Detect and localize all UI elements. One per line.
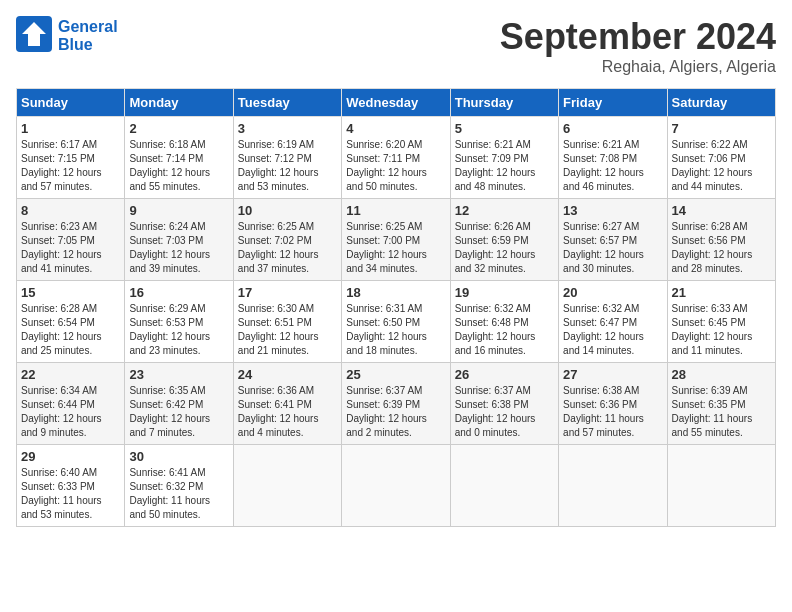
day-number: 8 [21, 203, 120, 218]
calendar-table: Sunday Monday Tuesday Wednesday Thursday… [16, 88, 776, 527]
table-row [559, 445, 667, 527]
day-info: Sunrise: 6:25 AMSunset: 7:02 PMDaylight:… [238, 221, 319, 274]
day-info: Sunrise: 6:29 AMSunset: 6:53 PMDaylight:… [129, 303, 210, 356]
day-info: Sunrise: 6:21 AMSunset: 7:08 PMDaylight:… [563, 139, 644, 192]
table-row: 25 Sunrise: 6:37 AMSunset: 6:39 PMDaylig… [342, 363, 450, 445]
day-number: 4 [346, 121, 445, 136]
day-info: Sunrise: 6:31 AMSunset: 6:50 PMDaylight:… [346, 303, 427, 356]
table-row: 30 Sunrise: 6:41 AMSunset: 6:32 PMDaylig… [125, 445, 233, 527]
table-row: 27 Sunrise: 6:38 AMSunset: 6:36 PMDaylig… [559, 363, 667, 445]
calendar-header: Sunday Monday Tuesday Wednesday Thursday… [17, 89, 776, 117]
day-number: 27 [563, 367, 662, 382]
table-row: 24 Sunrise: 6:36 AMSunset: 6:41 PMDaylig… [233, 363, 341, 445]
day-number: 21 [672, 285, 771, 300]
day-number: 14 [672, 203, 771, 218]
table-row: 28 Sunrise: 6:39 AMSunset: 6:35 PMDaylig… [667, 363, 775, 445]
day-info: Sunrise: 6:39 AMSunset: 6:35 PMDaylight:… [672, 385, 753, 438]
day-number: 19 [455, 285, 554, 300]
day-info: Sunrise: 6:37 AMSunset: 6:38 PMDaylight:… [455, 385, 536, 438]
table-row: 15 Sunrise: 6:28 AMSunset: 6:54 PMDaylig… [17, 281, 125, 363]
day-info: Sunrise: 6:35 AMSunset: 6:42 PMDaylight:… [129, 385, 210, 438]
day-number: 23 [129, 367, 228, 382]
table-row: 26 Sunrise: 6:37 AMSunset: 6:38 PMDaylig… [450, 363, 558, 445]
day-info: Sunrise: 6:26 AMSunset: 6:59 PMDaylight:… [455, 221, 536, 274]
day-number: 26 [455, 367, 554, 382]
table-row: 22 Sunrise: 6:34 AMSunset: 6:44 PMDaylig… [17, 363, 125, 445]
table-row: 10 Sunrise: 6:25 AMSunset: 7:02 PMDaylig… [233, 199, 341, 281]
header-saturday: Saturday [667, 89, 775, 117]
table-row: 11 Sunrise: 6:25 AMSunset: 7:00 PMDaylig… [342, 199, 450, 281]
day-info: Sunrise: 6:19 AMSunset: 7:12 PMDaylight:… [238, 139, 319, 192]
calendar-row: 22 Sunrise: 6:34 AMSunset: 6:44 PMDaylig… [17, 363, 776, 445]
calendar-body: 1 Sunrise: 6:17 AMSunset: 7:15 PMDayligh… [17, 117, 776, 527]
day-info: Sunrise: 6:32 AMSunset: 6:48 PMDaylight:… [455, 303, 536, 356]
calendar-row: 1 Sunrise: 6:17 AMSunset: 7:15 PMDayligh… [17, 117, 776, 199]
day-info: Sunrise: 6:33 AMSunset: 6:45 PMDaylight:… [672, 303, 753, 356]
table-row: 23 Sunrise: 6:35 AMSunset: 6:42 PMDaylig… [125, 363, 233, 445]
table-row: 16 Sunrise: 6:29 AMSunset: 6:53 PMDaylig… [125, 281, 233, 363]
day-number: 24 [238, 367, 337, 382]
header-friday: Friday [559, 89, 667, 117]
page-header: General Blue September 2024 Reghaia, Alg… [16, 16, 776, 76]
header-monday: Monday [125, 89, 233, 117]
day-number: 17 [238, 285, 337, 300]
table-row: 4 Sunrise: 6:20 AMSunset: 7:11 PMDayligh… [342, 117, 450, 199]
table-row: 13 Sunrise: 6:27 AMSunset: 6:57 PMDaylig… [559, 199, 667, 281]
title-block: September 2024 Reghaia, Algiers, Algeria [500, 16, 776, 76]
table-row: 2 Sunrise: 6:18 AMSunset: 7:14 PMDayligh… [125, 117, 233, 199]
day-info: Sunrise: 6:21 AMSunset: 7:09 PMDaylight:… [455, 139, 536, 192]
day-info: Sunrise: 6:18 AMSunset: 7:14 PMDaylight:… [129, 139, 210, 192]
day-number: 10 [238, 203, 337, 218]
calendar-row: 29 Sunrise: 6:40 AMSunset: 6:33 PMDaylig… [17, 445, 776, 527]
day-info: Sunrise: 6:20 AMSunset: 7:11 PMDaylight:… [346, 139, 427, 192]
day-info: Sunrise: 6:34 AMSunset: 6:44 PMDaylight:… [21, 385, 102, 438]
day-number: 22 [21, 367, 120, 382]
day-number: 18 [346, 285, 445, 300]
day-info: Sunrise: 6:41 AMSunset: 6:32 PMDaylight:… [129, 467, 210, 520]
day-number: 16 [129, 285, 228, 300]
day-info: Sunrise: 6:38 AMSunset: 6:36 PMDaylight:… [563, 385, 644, 438]
day-info: Sunrise: 6:24 AMSunset: 7:03 PMDaylight:… [129, 221, 210, 274]
table-row: 8 Sunrise: 6:23 AMSunset: 7:05 PMDayligh… [17, 199, 125, 281]
table-row [667, 445, 775, 527]
table-row [233, 445, 341, 527]
table-row: 21 Sunrise: 6:33 AMSunset: 6:45 PMDaylig… [667, 281, 775, 363]
header-row: Sunday Monday Tuesday Wednesday Thursday… [17, 89, 776, 117]
table-row: 18 Sunrise: 6:31 AMSunset: 6:50 PMDaylig… [342, 281, 450, 363]
logo-line1: General [58, 18, 118, 36]
header-thursday: Thursday [450, 89, 558, 117]
table-row: 6 Sunrise: 6:21 AMSunset: 7:08 PMDayligh… [559, 117, 667, 199]
day-info: Sunrise: 6:36 AMSunset: 6:41 PMDaylight:… [238, 385, 319, 438]
day-info: Sunrise: 6:27 AMSunset: 6:57 PMDaylight:… [563, 221, 644, 274]
header-tuesday: Tuesday [233, 89, 341, 117]
table-row: 20 Sunrise: 6:32 AMSunset: 6:47 PMDaylig… [559, 281, 667, 363]
day-number: 3 [238, 121, 337, 136]
logo: General Blue [16, 16, 118, 56]
table-row: 29 Sunrise: 6:40 AMSunset: 6:33 PMDaylig… [17, 445, 125, 527]
day-number: 28 [672, 367, 771, 382]
day-number: 30 [129, 449, 228, 464]
day-number: 9 [129, 203, 228, 218]
day-info: Sunrise: 6:25 AMSunset: 7:00 PMDaylight:… [346, 221, 427, 274]
day-number: 7 [672, 121, 771, 136]
day-number: 5 [455, 121, 554, 136]
location: Reghaia, Algiers, Algeria [500, 58, 776, 76]
day-number: 13 [563, 203, 662, 218]
table-row: 17 Sunrise: 6:30 AMSunset: 6:51 PMDaylig… [233, 281, 341, 363]
table-row: 3 Sunrise: 6:19 AMSunset: 7:12 PMDayligh… [233, 117, 341, 199]
table-row: 14 Sunrise: 6:28 AMSunset: 6:56 PMDaylig… [667, 199, 775, 281]
day-info: Sunrise: 6:40 AMSunset: 6:33 PMDaylight:… [21, 467, 102, 520]
day-number: 25 [346, 367, 445, 382]
calendar-row: 15 Sunrise: 6:28 AMSunset: 6:54 PMDaylig… [17, 281, 776, 363]
day-number: 29 [21, 449, 120, 464]
table-row: 1 Sunrise: 6:17 AMSunset: 7:15 PMDayligh… [17, 117, 125, 199]
day-info: Sunrise: 6:22 AMSunset: 7:06 PMDaylight:… [672, 139, 753, 192]
table-row: 9 Sunrise: 6:24 AMSunset: 7:03 PMDayligh… [125, 199, 233, 281]
day-number: 12 [455, 203, 554, 218]
calendar-row: 8 Sunrise: 6:23 AMSunset: 7:05 PMDayligh… [17, 199, 776, 281]
day-info: Sunrise: 6:28 AMSunset: 6:54 PMDaylight:… [21, 303, 102, 356]
logo-icon [16, 16, 52, 52]
table-row: 5 Sunrise: 6:21 AMSunset: 7:09 PMDayligh… [450, 117, 558, 199]
day-info: Sunrise: 6:17 AMSunset: 7:15 PMDaylight:… [21, 139, 102, 192]
day-number: 11 [346, 203, 445, 218]
